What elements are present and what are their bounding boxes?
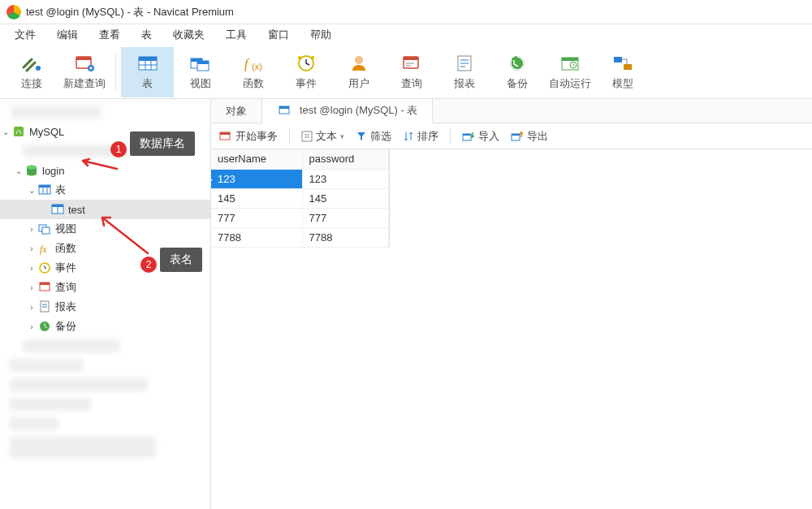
app-logo-icon	[6, 5, 21, 19]
menu-favorites[interactable]: 收藏夹	[163, 25, 214, 45]
tool-table[interactable]: 表	[121, 47, 174, 97]
tool-function[interactable]: f(x) 函数	[227, 47, 279, 97]
table-group-icon	[37, 183, 52, 196]
cell[interactable]: 777	[302, 208, 388, 227]
tool-backup[interactable]: 备份	[490, 47, 543, 97]
tool-user[interactable]: 用户	[332, 47, 385, 97]
view-group-icon	[37, 222, 52, 235]
tree-blur-item	[0, 102, 210, 122]
tool-label: 表	[142, 76, 153, 91]
svg-rect-5	[139, 57, 157, 61]
btn-label: 开始事务	[235, 129, 278, 144]
chevron-right-icon[interactable]: ›	[26, 264, 37, 273]
svg-rect-20	[404, 57, 418, 60]
btn-export[interactable]: 导出	[511, 129, 548, 144]
tool-report[interactable]: 报表	[438, 47, 490, 97]
btn-text[interactable]: 文本 ▾	[301, 129, 344, 144]
svg-rect-32	[39, 185, 50, 188]
toolbar-separator	[115, 54, 116, 91]
function-group-icon: fx	[37, 242, 52, 255]
chevron-right-icon[interactable]: ›	[26, 303, 37, 312]
tool-label: 新建查询	[63, 76, 106, 91]
tool-query[interactable]: 查询	[385, 47, 438, 97]
tree-label: 视图	[55, 222, 76, 236]
chevron-down-icon[interactable]: ⌄	[26, 186, 37, 195]
tree-blur-item	[0, 434, 210, 461]
menu-window[interactable]: 窗口	[258, 25, 299, 45]
btn-filter[interactable]: 筛选	[356, 129, 391, 144]
tab-current-table[interactable]: test @login (MySQL) - 表	[262, 99, 433, 123]
transaction-icon	[219, 131, 232, 142]
cell[interactable]: 7788	[211, 227, 302, 247]
menu-edit[interactable]: 编辑	[47, 25, 88, 45]
tool-view[interactable]: 视图	[174, 47, 227, 97]
col-header-username[interactable]: userName	[211, 149, 302, 169]
tree-label: MySQL	[29, 126, 64, 138]
cell[interactable]: 123	[302, 169, 388, 188]
tree-label: 查询	[55, 280, 76, 295]
tree-label: 报表	[55, 300, 76, 314]
svg-rect-50	[302, 132, 312, 141]
tree-blur-item	[0, 336, 210, 356]
chevron-right-icon[interactable]: ›	[26, 322, 37, 331]
tool-model[interactable]: 模型	[596, 47, 649, 97]
chevron-right-icon[interactable]: ›	[26, 225, 37, 234]
menu-table[interactable]: 表	[132, 25, 162, 45]
chevron-down-icon[interactable]: ⌄	[0, 127, 11, 136]
btn-import[interactable]: 导入	[462, 129, 499, 144]
menu-tools[interactable]: 工具	[216, 25, 257, 45]
tool-label: 模型	[612, 76, 633, 91]
chevron-right-icon[interactable]: ›	[26, 244, 37, 253]
tree-group-backups[interactable]: › 备份	[0, 317, 210, 336]
tool-event[interactable]: 事件	[279, 47, 332, 97]
menu-file[interactable]: 文件	[5, 25, 45, 45]
table-icon	[136, 54, 159, 73]
svg-point-18	[355, 56, 363, 64]
table-row[interactable]: ▶123 123	[211, 169, 389, 188]
export-icon	[511, 131, 524, 142]
cell[interactable]: 777	[211, 208, 302, 227]
chevron-down-icon[interactable]: ⌄	[13, 166, 24, 175]
tree-group-tables[interactable]: ⌄ 表	[0, 180, 210, 200]
col-header-password[interactable]: password	[302, 149, 388, 169]
cell[interactable]: 145	[302, 188, 388, 208]
tool-label: 自动运行	[549, 76, 591, 91]
menu-view[interactable]: 查看	[89, 25, 130, 45]
annotation-badge-1: 1	[110, 141, 127, 157]
cell[interactable]: 7788	[302, 227, 388, 247]
chevron-right-icon[interactable]: ›	[26, 283, 37, 292]
tab-objects[interactable]: 对象	[211, 99, 262, 123]
editor-tabs: 对象 test @login (MySQL) - 表	[211, 99, 812, 123]
backup-icon	[506, 54, 529, 73]
annotation-text: 数据库名	[140, 136, 185, 151]
table-row[interactable]: 145 145	[211, 188, 389, 208]
svg-rect-12	[197, 61, 209, 64]
svg-rect-47	[279, 106, 289, 109]
svg-rect-24	[562, 58, 578, 61]
svg-point-22	[510, 56, 525, 71]
tool-new-query[interactable]: 新建查询	[58, 47, 110, 97]
menu-help[interactable]: 帮助	[300, 25, 341, 45]
tree-label: 事件	[55, 261, 76, 275]
tree-blur-item	[0, 395, 210, 414]
tree-label: test	[68, 204, 85, 216]
cell[interactable]: 123	[218, 173, 235, 185]
svg-point-16	[298, 56, 301, 59]
tool-label: 用户	[348, 76, 369, 91]
btn-sort[interactable]: 排序	[403, 129, 438, 144]
btn-label: 排序	[417, 129, 438, 144]
annotation-callout-2: 表名	[160, 248, 202, 272]
cell[interactable]: 145	[211, 188, 302, 208]
btn-begin-transaction[interactable]: 开始事务	[219, 129, 278, 144]
table-row[interactable]: 7788 7788	[211, 227, 389, 247]
table-row[interactable]: 777 777	[211, 208, 389, 227]
tree-group-queries[interactable]: › 查询	[0, 278, 210, 297]
backup-group-icon	[37, 320, 52, 333]
plug-icon	[20, 54, 43, 73]
tool-autorun[interactable]: 自动运行	[543, 47, 596, 97]
tree-group-reports[interactable]: › 报表	[0, 297, 210, 317]
tool-connect[interactable]: 连接	[5, 47, 58, 97]
data-grid[interactable]: userName password ▶123 123 145 145 777	[211, 149, 390, 248]
tool-label: 视图	[190, 76, 211, 91]
btn-label: 文本	[316, 129, 337, 144]
